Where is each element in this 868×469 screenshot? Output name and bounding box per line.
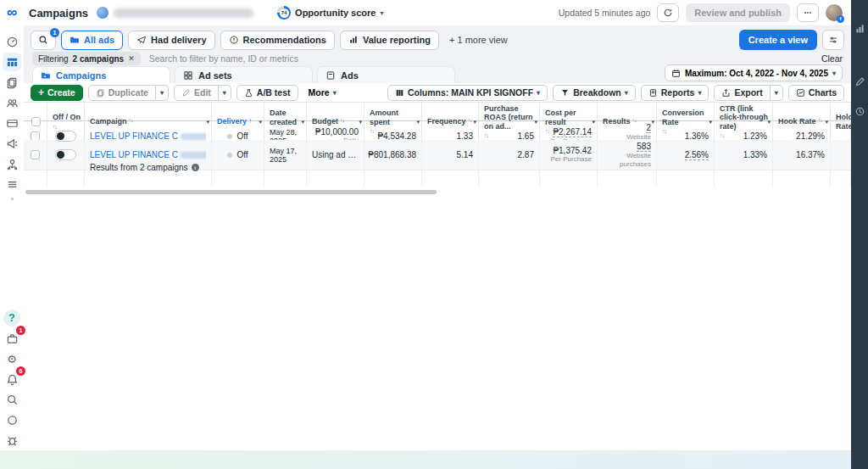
view-had-delivery[interactable]: Had delivery [128, 31, 214, 50]
horizontal-scrollbar[interactable] [25, 190, 437, 194]
view-all-ads[interactable]: All ads [61, 31, 123, 50]
summary-label: Results from 2 campaigns [90, 163, 188, 172]
col-header-hold-rate[interactable]: Hold Rate [831, 103, 851, 141]
reports-button[interactable]: Reports▾ [641, 85, 709, 101]
view-recommendations[interactable]: Recommendations [220, 31, 335, 50]
tab-ads[interactable]: Ads [317, 66, 455, 83]
campaign-toggle[interactable] [55, 131, 76, 142]
action-toolbar: +Create Duplicate ▾ Edit ▾ A/B test More… [24, 83, 851, 103]
search-rail-icon[interactable] [3, 390, 21, 409]
campaigns-nav-icon[interactable] [3, 53, 21, 71]
filter-chip[interactable]: Filtering 2 campaigns ✕ [32, 52, 141, 65]
col-header-frequency[interactable]: Frequency↑↓▾ [422, 103, 479, 141]
refresh-button[interactable] [657, 3, 679, 22]
create-button[interactable]: +Create [31, 85, 83, 101]
col-header-results[interactable]: Results↑↓▾ [598, 103, 657, 141]
chart-icon [796, 88, 805, 98]
columns-button[interactable]: Columns: MAIN KPI SIGNOFF▾ [387, 85, 548, 101]
column-menu-icon[interactable]: ▾ [825, 119, 828, 126]
account-avatar [97, 7, 108, 19]
insights-chart-icon[interactable] [850, 19, 868, 37]
col-header-hook-rate[interactable]: Hook Rate↑↓▾ [773, 103, 831, 141]
column-menu-icon[interactable]: ▾ [709, 119, 712, 126]
tab-ad-sets[interactable]: Ad sets [175, 66, 313, 83]
column-menu-icon[interactable]: ▾ [359, 119, 362, 126]
select-all-checkbox[interactable] [31, 117, 41, 126]
history-clock-icon[interactable] [850, 102, 868, 120]
view-settings-button[interactable] [822, 30, 844, 50]
charts-button[interactable]: Charts [788, 85, 844, 101]
right-tool-rail [851, 0, 868, 469]
edit-pencil-icon[interactable] [850, 72, 868, 91]
edit-button[interactable]: Edit [174, 85, 219, 101]
notifications-badge: 6 [16, 366, 25, 376]
filter-search-input[interactable] [149, 53, 403, 64]
review-publish-button[interactable]: Review and publish [686, 3, 790, 22]
column-menu-icon[interactable]: ▾ [592, 119, 595, 126]
funnel-icon [560, 88, 570, 98]
edit-dropdown[interactable]: ▾ [219, 85, 231, 101]
help-icon[interactable]: ? [3, 309, 21, 327]
col-header-delivery[interactable]: Delivery↑▾ [212, 103, 264, 141]
column-menu-icon[interactable]: ▾ [534, 119, 537, 126]
opportunity-score[interactable]: 74 Opportunity score ▾ [277, 6, 383, 20]
all-tools-menu-icon[interactable] [3, 175, 21, 193]
tab-campaigns[interactable]: ▲ Campaigns [32, 66, 170, 83]
campaign-toggle[interactable] [55, 149, 76, 160]
business-portfolio-icon[interactable]: 1 [3, 329, 21, 348]
billing-icon[interactable] [3, 114, 21, 132]
column-menu-icon[interactable]: ▾ [416, 119, 420, 126]
col-header-date-created[interactable]: Date created↑↓▾ [264, 103, 307, 141]
more-views-link[interactable]: + 1 more view [449, 35, 508, 45]
opportunity-score-ring: 74 [277, 6, 291, 20]
bug-report-icon[interactable] [3, 431, 21, 449]
events-manager-icon[interactable] [3, 154, 21, 173]
col-header-amount-spent[interactable]: Amount spent↑↓▾ [364, 103, 422, 141]
export-dropdown[interactable]: ▾ [771, 85, 783, 101]
col-header-budget[interactable]: Budget↑↓▾ [307, 103, 364, 141]
more-button[interactable]: More▾ [303, 87, 342, 98]
create-view-button[interactable]: Create a view [739, 30, 817, 50]
duplicate-button[interactable]: Duplicate [88, 85, 156, 101]
col-header-purchase-roas[interactable]: Purchase ROAS (return on ad...↑↓▾ [479, 103, 540, 141]
view-value-reporting[interactable]: Value reporting [340, 31, 439, 50]
col-header-conversion-rate[interactable]: Conversion Rate↑↓▾ [657, 103, 715, 141]
folder-icon [70, 35, 80, 45]
more-options-button[interactable] [797, 3, 819, 22]
column-menu-icon[interactable]: ▾ [301, 119, 304, 126]
breakdown-button[interactable]: Breakdown▾ [553, 85, 636, 101]
clear-filters-link[interactable]: Clear [821, 53, 843, 64]
date-range-button[interactable]: Maximum: Oct 4, 2022 - Nov 4, 2025 ▾ [665, 64, 843, 81]
duplicate-dropdown[interactable]: ▾ [156, 85, 169, 101]
column-menu-icon[interactable]: ▾ [651, 119, 654, 126]
contrast-mode-icon[interactable] [3, 410, 21, 429]
column-menu-icon[interactable]: ▾ [259, 119, 262, 126]
meta-logo-icon: ∞ [7, 5, 17, 20]
advertising-settings-icon[interactable] [3, 134, 21, 153]
settings-gear-icon[interactable]: ⚙ [3, 349, 21, 368]
updated-status: Updated 5 minutes ago [559, 8, 651, 18]
ab-test-button[interactable]: A/B test [236, 85, 298, 101]
export-icon [721, 88, 731, 98]
ads-manager-page: ∞ ? 1 ⚙ 6 Campaigns [0, 0, 868, 469]
search-views-button[interactable]: 1 [31, 31, 56, 50]
column-menu-icon[interactable]: ▾ [473, 119, 476, 126]
notifications-bell-icon[interactable]: 6 [3, 370, 21, 388]
search-views-badge: 1 [50, 28, 59, 37]
ads-reporting-icon[interactable] [3, 73, 21, 92]
summary-row: Results from 2 campaignsi [24, 159, 851, 187]
account-selector[interactable] [97, 7, 253, 19]
info-icon[interactable]: i [192, 164, 199, 171]
header-select-all[interactable] [24, 103, 47, 141]
account-overview-icon[interactable] [3, 32, 21, 51]
column-menu-icon[interactable]: ▾ [206, 119, 209, 126]
report-doc-icon [648, 88, 658, 98]
col-header-ctr[interactable]: CTR (link click-through rate)↑↓▾ [715, 103, 773, 141]
remove-filter-icon[interactable]: ✕ [128, 54, 135, 63]
column-menu-icon[interactable]: ▾ [767, 119, 771, 126]
table-row: LEVEL UP FINANCE C Off May 17, 2025 Usin… [24, 140, 851, 159]
export-button[interactable]: Export [714, 85, 770, 101]
user-avatar[interactable]: f [826, 4, 843, 21]
col-header-cost-per-result[interactable]: Cost per result↑↓▾ [540, 103, 598, 141]
audiences-icon[interactable] [3, 93, 21, 112]
